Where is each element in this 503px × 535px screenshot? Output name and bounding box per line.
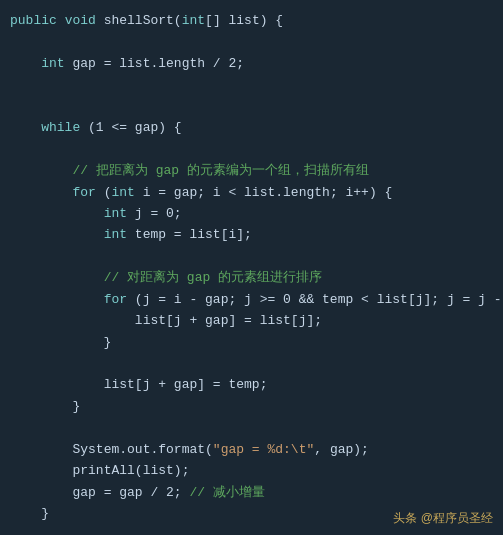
code-line: gap = gap / 2; // 减小增量: [0, 482, 503, 503]
code-line: int j = 0;: [0, 203, 503, 224]
code-block: public void shellSort(int[] list) { int …: [0, 10, 503, 535]
code-line: [0, 353, 503, 374]
code-line: while (1 <= gap) {: [0, 117, 503, 138]
watermark: 头条 @程序员圣经: [393, 510, 493, 527]
code-line: public void shellSort(int[] list) {: [0, 10, 503, 31]
code-line: // 把距离为 gap 的元素编为一个组，扫描所有组: [0, 160, 503, 181]
code-line: int temp = list[i];: [0, 224, 503, 245]
code-line: for (int i = gap; i < list.length; i++) …: [0, 182, 503, 203]
code-line: }: [0, 332, 503, 353]
code-line: [0, 417, 503, 438]
watermark-prefix: 头条 @: [393, 511, 433, 525]
watermark-brand: 程序员圣经: [433, 511, 493, 525]
code-line: for (j = i - gap; j >= 0 && temp < list[…: [0, 289, 503, 310]
code-line: [0, 31, 503, 52]
code-line: int gap = list.length / 2;: [0, 53, 503, 74]
code-line: [0, 74, 503, 95]
code-line: [0, 96, 503, 117]
code-line: // 对距离为 gap 的元素组进行排序: [0, 267, 503, 288]
code-line: [0, 246, 503, 267]
code-line: printAll(list);: [0, 460, 503, 481]
code-line: list[j + gap] = temp;: [0, 374, 503, 395]
code-line: [0, 139, 503, 160]
code-line: System.out.format("gap = %d:\t", gap);: [0, 439, 503, 460]
code-editor: public void shellSort(int[] list) { int …: [0, 0, 503, 535]
code-line: }: [0, 396, 503, 417]
code-line: list[j + gap] = list[j];: [0, 310, 503, 331]
